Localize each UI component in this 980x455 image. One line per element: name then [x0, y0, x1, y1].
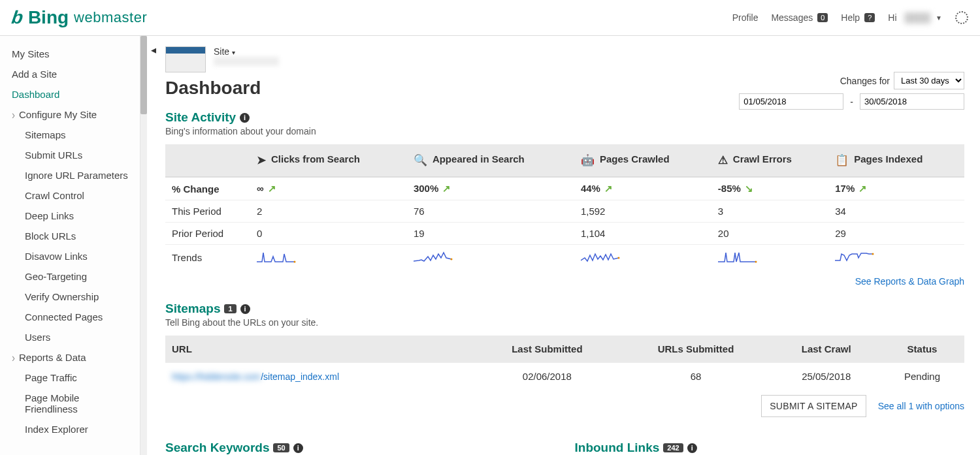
- sidebar-item-my-sites[interactable]: My Sites: [0, 44, 140, 64]
- sitemaps-count-badge: 1: [224, 304, 236, 313]
- caret-down-icon: ▾: [232, 49, 235, 56]
- sidebar-item-reports[interactable]: Reports & Data: [0, 347, 140, 368]
- sparkline-errors: [711, 245, 828, 271]
- arrow-up-icon: ↗: [604, 183, 613, 194]
- table-row[interactable]: https://hiddensite.com/sitemap_index.xml…: [165, 363, 964, 390]
- col-indexed: 📋Pages Indexed: [828, 144, 964, 177]
- sidebar-item-mobile[interactable]: Page Mobile Friendliness: [0, 388, 140, 419]
- site-activity-title: Site Activity i: [165, 110, 964, 125]
- sitemaps-table: URL Last Submitted URLs Submitted Last C…: [165, 336, 964, 390]
- sidebar-item-submit-urls[interactable]: Submit URLs: [0, 145, 140, 165]
- svg-point-0: [294, 261, 296, 263]
- row-prior-period: Prior Period: [165, 223, 250, 245]
- top-nav: Profile Messages0 Help? Hi ████▼: [732, 11, 968, 24]
- col-last-crawl: Last Crawl: [772, 336, 880, 363]
- arrow-down-icon: ↘: [745, 183, 753, 194]
- col-errors: ⚠Crawl Errors: [711, 144, 828, 177]
- brand[interactable]: b Bing webmaster: [12, 7, 147, 28]
- col-last-submitted: Last Submitted: [475, 336, 619, 363]
- list-icon: 📋: [835, 154, 849, 166]
- date-from-input[interactable]: [739, 93, 843, 110]
- sparkline-indexed: [828, 245, 964, 271]
- nav-user-greeting[interactable]: Hi ████▼: [888, 12, 942, 23]
- nav-help[interactable]: Help?: [841, 12, 875, 23]
- see-reports-link[interactable]: See Reports & Data Graph: [855, 276, 964, 287]
- product-name: webmaster: [74, 9, 147, 26]
- col-appeared: 🔍Appeared in Search: [407, 144, 574, 177]
- sidebar-item-page-traffic[interactable]: Page Traffic: [0, 368, 140, 388]
- robot-icon: 🤖: [581, 154, 595, 166]
- main-content: Site▾ Dashboard Changes for Last 30 days…: [147, 36, 980, 455]
- sidebar-item-deep-links[interactable]: Deep Links: [0, 206, 140, 226]
- changes-for-label: Changes for: [840, 76, 890, 86]
- arrow-up-icon: ↗: [858, 183, 867, 194]
- sidebar-item-crawl-control[interactable]: Crawl Control: [0, 185, 140, 206]
- settings-gear[interactable]: [955, 11, 968, 24]
- site-selector[interactable]: Site▾: [214, 46, 279, 57]
- sidebar-scrollbar[interactable]: [140, 36, 147, 455]
- col-status: Status: [880, 336, 964, 363]
- col-crawled: 🤖Pages Crawled: [574, 144, 711, 177]
- info-icon[interactable]: i: [240, 113, 250, 123]
- help-badge: ?: [864, 13, 875, 22]
- sparkline-clicks: [250, 245, 407, 271]
- sidebar-item-dashboard[interactable]: Dashboard: [0, 84, 140, 104]
- sparkline-appeared: [407, 245, 574, 271]
- arrow-up-icon: ↗: [442, 183, 451, 194]
- site-header: Site▾: [165, 46, 964, 72]
- inbound-links-title: Inbound Links 242 i: [575, 441, 965, 455]
- search-keywords-title: Search Keywords 50 i: [165, 441, 555, 455]
- search-icon: 🔍: [414, 154, 427, 166]
- sidebar-item-geo[interactable]: Geo-Targeting: [0, 266, 140, 287]
- sidebar-item-connected[interactable]: Connected Pages: [0, 307, 140, 327]
- site-activity-subtitle: Bing's information about your domain: [165, 126, 964, 136]
- sparkline-crawled: [574, 245, 711, 271]
- sitemaps-title: Sitemaps 1 i: [165, 302, 964, 316]
- date-range-controls: Changes for Last 30 days -: [739, 72, 964, 110]
- top-bar: b Bing webmaster Profile Messages0 Help?…: [0, 0, 980, 36]
- site-thumbnail[interactable]: [165, 46, 206, 72]
- see-all-sitemaps-link[interactable]: See all 1 with options: [878, 401, 964, 411]
- warning-icon: ⚠: [718, 154, 728, 166]
- sitemaps-subtitle: Tell Bing about the URLs on your site.: [165, 317, 964, 328]
- info-icon[interactable]: i: [240, 304, 250, 314]
- sidebar-item-verify[interactable]: Verify Ownership: [0, 287, 140, 307]
- col-urls-submitted: URLs Submitted: [619, 336, 773, 363]
- row-trends: Trends: [165, 245, 250, 271]
- info-icon[interactable]: i: [687, 443, 697, 453]
- date-dash: -: [847, 97, 856, 107]
- nav-messages[interactable]: Messages0: [771, 12, 828, 23]
- sidebar: My Sites Add a Site Dashboard Configure …: [0, 36, 140, 455]
- caret-down-icon: ▼: [936, 14, 942, 22]
- sidebar-item-index-explorer[interactable]: Index Explorer: [0, 419, 140, 439]
- svg-point-4: [872, 253, 874, 255]
- row-pct-change: % Change: [165, 177, 250, 200]
- svg-point-2: [617, 257, 619, 259]
- site-url: [214, 57, 279, 66]
- sidebar-item-ignore-params[interactable]: Ignore URL Parameters: [0, 165, 140, 185]
- sitemap-url[interactable]: https://hiddensite.com/sitemap_index.xml: [165, 363, 475, 390]
- sidebar-item-add-site[interactable]: Add a Site: [0, 64, 140, 84]
- col-clicks: ➤Clicks from Search: [250, 144, 407, 177]
- arrow-up-icon: ↗: [268, 183, 276, 194]
- range-select[interactable]: Last 30 days: [894, 72, 964, 89]
- keywords-count-badge: 50: [273, 443, 289, 452]
- sidebar-item-disavow[interactable]: Disavow Links: [0, 246, 140, 266]
- gear-icon: [955, 11, 968, 24]
- submit-sitemap-button[interactable]: SUBMIT A SITEMAP: [761, 395, 866, 417]
- svg-point-3: [755, 261, 757, 263]
- sidebar-item-configure[interactable]: Configure My Site: [0, 104, 140, 125]
- svg-point-1: [450, 259, 452, 260]
- sidebar-item-sitemaps[interactable]: Sitemaps: [0, 125, 140, 145]
- col-url: URL: [165, 336, 475, 363]
- bing-logo: b Bing: [12, 7, 69, 28]
- cursor-icon: ➤: [257, 154, 266, 166]
- site-activity-table: ➤Clicks from Search 🔍Appeared in Search …: [165, 144, 964, 270]
- sidebar-item-block-urls[interactable]: Block URLs: [0, 226, 140, 246]
- inbound-count-badge: 242: [663, 443, 683, 452]
- sidebar-item-users[interactable]: Users: [0, 327, 140, 347]
- nav-profile[interactable]: Profile: [732, 12, 759, 23]
- date-to-input[interactable]: [860, 93, 964, 110]
- info-icon[interactable]: i: [293, 443, 303, 453]
- messages-count-badge: 0: [817, 13, 828, 22]
